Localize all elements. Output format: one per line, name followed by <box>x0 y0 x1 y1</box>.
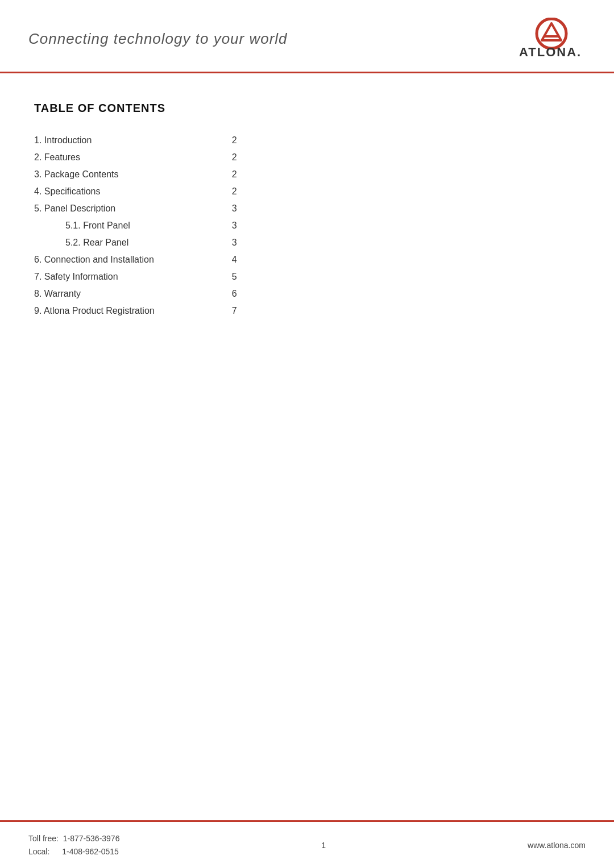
toc-item-label: 1. Introduction <box>34 132 226 149</box>
toc-item-page: 2 <box>226 183 250 200</box>
toc-row: 2. Features2 <box>34 149 250 166</box>
toc-item-label: 9. Atlona Product Registration <box>34 302 226 319</box>
toc-item-label: 4. Specifications <box>34 183 226 200</box>
toc-item-page: 2 <box>226 132 250 149</box>
toc-item-page: 7 <box>226 302 250 319</box>
toc-item-page: 4 <box>226 251 250 268</box>
toc-item-page: 3 <box>226 234 250 251</box>
toc-item-page: 3 <box>226 200 250 217</box>
toc-row: 1. Introduction2 <box>34 132 250 149</box>
footer-contact: Toll free: 1-877-536-3976 Local: 1-408-9… <box>28 832 119 858</box>
footer-page-number: 1 <box>321 841 326 850</box>
toc-item-page: 3 <box>226 217 250 234</box>
toll-free-label: Toll free: <box>28 834 59 843</box>
page-wrapper: Connecting technology to your world ATLO… <box>0 0 614 868</box>
toc-item-page: 6 <box>226 285 250 302</box>
main-content: TABLE OF CONTENTS 1. Introduction22. Fea… <box>0 73 614 820</box>
toc-item-page: 2 <box>226 149 250 166</box>
toc-title: TABLE OF CONTENTS <box>34 102 580 115</box>
toc-row: 5.1. Front Panel3 <box>34 217 250 234</box>
toc-table: 1. Introduction22. Features23. Package C… <box>34 132 250 319</box>
toc-item-label: 3. Package Contents <box>34 166 226 183</box>
atlona-logo-svg: ATLONA. <box>519 18 584 60</box>
toc-row: 7. Safety Information5 <box>34 268 250 285</box>
toc-row: 3. Package Contents2 <box>34 166 250 183</box>
toc-item-label: 5.1. Front Panel <box>34 217 226 234</box>
header: Connecting technology to your world ATLO… <box>0 0 614 73</box>
footer-website: www.atlona.com <box>528 841 586 850</box>
toc-item-page: 2 <box>226 166 250 183</box>
toc-item-label: 8. Warranty <box>34 285 226 302</box>
toc-item-label: 2. Features <box>34 149 226 166</box>
toc-row: 5. Panel Description3 <box>34 200 250 217</box>
toc-row: 5.2. Rear Panel3 <box>34 234 250 251</box>
toc-row: 6. Connection and Installation4 <box>34 251 250 268</box>
toc-item-label: 5. Panel Description <box>34 200 226 217</box>
toll-free-number: 1-877-536-3976 <box>63 834 120 843</box>
svg-text:ATLONA.: ATLONA. <box>519 45 582 59</box>
footer: Toll free: 1-877-536-3976 Local: 1-408-9… <box>0 820 614 868</box>
toc-item-label: 5.2. Rear Panel <box>34 234 226 251</box>
toc-row: 8. Warranty6 <box>34 285 250 302</box>
toc-row: 9. Atlona Product Registration7 <box>34 302 250 319</box>
atlona-logo: ATLONA. <box>517 16 586 61</box>
local-number: 1-408-962-0515 <box>62 847 119 856</box>
toc-row: 4. Specifications2 <box>34 183 250 200</box>
toc-item-page: 5 <box>226 268 250 285</box>
local-label: Local: <box>28 847 49 856</box>
header-tagline: Connecting technology to your world <box>28 30 288 48</box>
toc-item-label: 6. Connection and Installation <box>34 251 226 268</box>
toc-item-label: 7. Safety Information <box>34 268 226 285</box>
